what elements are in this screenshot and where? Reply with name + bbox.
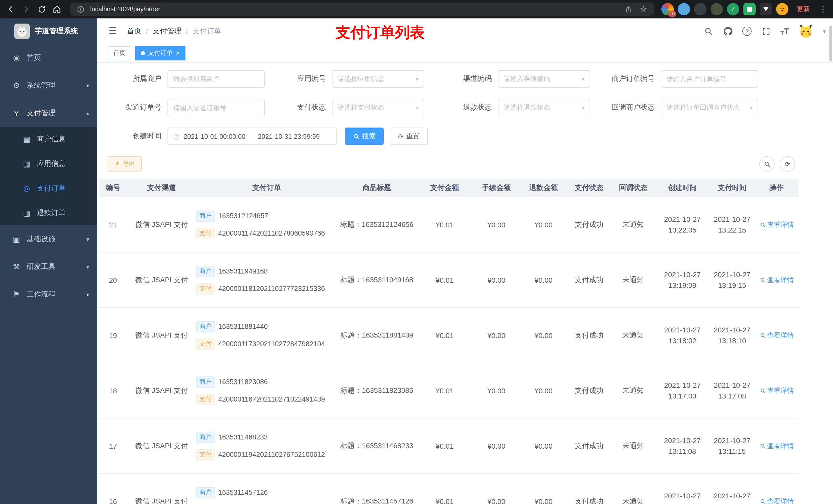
browser-menu-icon[interactable]: ⋮ [818, 5, 828, 14]
app-logo[interactable]: 芋道管理系统 [0, 19, 97, 44]
extension-icon-5[interactable]: ✓ [727, 3, 739, 15]
extension-badge: 10 [668, 11, 676, 17]
cell-notify-status: 未通知 [611, 363, 655, 418]
home-icon[interactable] [51, 4, 63, 15]
tab-home[interactable]: 首页 [108, 46, 131, 60]
cell-refund: ¥0.00 [520, 363, 567, 418]
cell-refund: ¥0.00 [520, 308, 567, 363]
extension-icon-4[interactable] [711, 3, 723, 15]
avatar-caret-icon[interactable]: ▾ [823, 28, 826, 34]
extension-icon-1[interactable]: 10 [661, 3, 674, 15]
github-icon[interactable] [723, 26, 733, 37]
notify-status-select[interactable]: 请选择订单回调商户状态 ▾ [661, 99, 758, 116]
extension-emoji-icon[interactable] [776, 3, 788, 15]
breadcrumb-separator: / [146, 27, 148, 35]
view-details-link[interactable]: 查看详情 [760, 275, 794, 285]
forward-icon[interactable] [21, 4, 32, 15]
sidebar-item-refund-order[interactable]: ▥ 退款订单 [0, 201, 97, 225]
site-info-icon[interactable] [75, 4, 86, 15]
sidebar-item-infrastructure[interactable]: ▣ 基础设施 ▾ [0, 225, 97, 253]
hide-search-button[interactable] [759, 156, 775, 172]
address-bar[interactable]: localhost:1024/pay/order [70, 3, 654, 16]
cell-create-time: 2021-10-2713:19:09 [655, 252, 710, 308]
filter-create-time: 创建时间 ◷ 2021-10-01 00:00:00 - 2021-10-31 … [108, 127, 337, 145]
view-details-link[interactable]: 查看详情 [760, 497, 794, 504]
pay-order-no: 4200001167202110271022491439 [218, 395, 325, 403]
mini-buttons: ⟳ [759, 156, 795, 172]
sidebar-item-workflow[interactable]: ⚑ 工作流程 ▾ [0, 281, 97, 308]
col-create-time: 创建时间 [655, 179, 710, 197]
view-details-link[interactable]: 查看详情 [760, 441, 794, 451]
app-select[interactable]: 请选择应用信息 ▾ [332, 70, 424, 88]
pay-tag: 支付 [196, 228, 215, 239]
extension-pin-icon[interactable] [760, 3, 772, 15]
search-icon [760, 443, 766, 449]
sidebar-item-devtools[interactable]: ⚒ 研发工具 ▾ [0, 253, 97, 281]
merchant-input[interactable] [168, 70, 265, 88]
col-pay-order: 支付订单 [196, 179, 337, 197]
date-end-value: 2021-10-31 23:59:59 [258, 133, 320, 140]
filter-pay-status: 支付状态 请选择支付状态 ▾ [272, 99, 424, 116]
refresh-icon: ⟳ [398, 133, 404, 140]
export-button[interactable]: 导出 [108, 156, 142, 172]
merchant-tag: 商户 [196, 376, 215, 387]
screen: localhost:1024/pay/order 10 ✓ 更新 ⋮ [0, 0, 833, 504]
hamburger-icon[interactable]: ☰ [109, 25, 117, 37]
create-time-range-picker[interactable]: ◷ 2021-10-01 00:00:00 - 2021-10-31 23:59… [168, 127, 337, 145]
view-details-link[interactable]: 查看详情 [760, 331, 794, 340]
search-icon[interactable] [704, 26, 714, 37]
col-fee: 手续金额 [473, 179, 520, 197]
sidebar-item-label: 系统管理 [27, 81, 55, 90]
tab-pay-order[interactable]: 支付订单 × [135, 46, 185, 60]
extension-icon-2[interactable] [678, 3, 690, 15]
reload-icon[interactable] [36, 4, 47, 15]
table-row: 19 微信 JSAPI 支付 商户1635311881440 支付4200001… [99, 308, 799, 363]
yen-icon: ¥ [10, 109, 23, 118]
view-details-link[interactable]: 查看详情 [760, 386, 794, 395]
filter-row-3: 创建时间 ◷ 2021-10-01 00:00:00 - 2021-10-31 … [108, 127, 833, 145]
sidebar-item-pay-order[interactable]: ◎ 支付订单 [0, 176, 97, 201]
cell-pay-time: 2021-10-2713:19:15 [710, 252, 755, 308]
view-details-link[interactable]: 查看详情 [760, 220, 794, 229]
font-size-icon[interactable]: TT [781, 27, 789, 35]
cell-pay-order: 商户1635311881440 支付4200001173202110272847… [196, 308, 337, 363]
fullscreen-icon[interactable] [761, 26, 771, 37]
sidebar-item-system[interactable]: ⚙ 系统管理 ▾ [0, 72, 97, 99]
breadcrumb-home[interactable]: 首页 [127, 27, 141, 36]
cell-notify-status: 未通知 [611, 474, 655, 504]
scrollbar[interactable] [829, 26, 832, 62]
channel-code-select[interactable]: 请输入渠道编码 ▾ [498, 70, 590, 88]
bookmark-star-icon[interactable] [638, 4, 649, 15]
sidebar-item-merchant-info[interactable]: ▤ 商户信息 [0, 127, 97, 152]
reset-button[interactable]: ⟳ 重置 [390, 127, 428, 145]
merchant-order-no-input[interactable] [661, 70, 758, 88]
col-pay-time: 支付时间 [710, 179, 755, 197]
chevron-down-icon: ▾ [750, 104, 753, 111]
cell-pay-time: 2021-10-2713:11:15 [710, 418, 755, 474]
browser-update-button[interactable]: 更新 [792, 3, 814, 15]
refund-status-select[interactable]: 请选择退款状态 ▾ [498, 99, 590, 116]
url-text[interactable]: localhost:1024/pay/order [90, 6, 618, 13]
sidebar-item-payment[interactable]: ¥ 支付管理 ▴ [0, 99, 97, 127]
cell-pay-order: 商户1635311468233 支付4200001194202110276752… [196, 418, 337, 474]
sidebar-item-label: 退款订单 [37, 209, 66, 218]
help-icon[interactable]: ? [743, 27, 752, 36]
user-avatar[interactable] [799, 24, 814, 39]
close-icon[interactable]: × [176, 50, 180, 56]
chevron-down-icon: ▾ [582, 75, 585, 82]
extension-icon-6[interactable] [743, 3, 756, 15]
app-title: 芋道管理系统 [35, 27, 78, 36]
cell-pay-status: 支付成功 [567, 197, 611, 252]
channel-order-no-input[interactable] [168, 99, 265, 116]
refresh-table-button[interactable]: ⟳ [780, 156, 795, 172]
search-button[interactable]: 搜索 [345, 127, 384, 145]
sidebar-item-home[interactable]: ◉ 首页 [0, 44, 97, 72]
cell-create-time: 2021-10-2713:18:02 [655, 308, 710, 363]
pay-order-no: 4200001181202110277723215336 [218, 285, 325, 292]
breadcrumb-section[interactable]: 支付管理 [153, 27, 181, 36]
back-icon[interactable] [5, 4, 16, 15]
sidebar-item-app-info[interactable]: ▦ 应用信息 [0, 152, 97, 176]
share-icon[interactable] [622, 4, 634, 15]
extension-icon-3[interactable] [694, 3, 707, 15]
pay-status-select[interactable]: 请选择支付状态 ▾ [332, 99, 424, 116]
